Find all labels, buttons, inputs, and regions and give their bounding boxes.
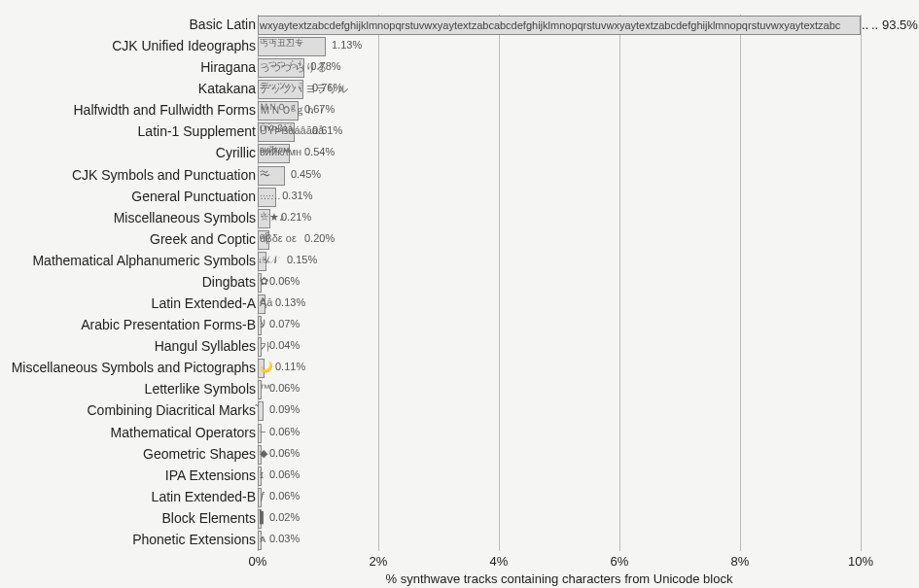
x-tick-label: 0% (238, 554, 277, 569)
value-label: 0.15% (287, 254, 317, 265)
value-label: 0.61% (312, 124, 342, 136)
bar: デッツハ ヨラリル (258, 80, 303, 99)
bar-row: Hiraganaっつつ らりるっつつ らりる0.78% (0, 57, 919, 79)
bar-row: IPA Extensionsɪɪ0.06% (0, 466, 919, 487)
bar: Ąā (258, 294, 265, 314)
value-label: 0.02% (269, 511, 300, 523)
bar: ✿ (258, 273, 262, 293)
category-label: Latin Extended-A (3, 295, 256, 311)
bar-row: Geometric Shapes◆◆0.06% (0, 444, 919, 466)
bar-row: General Punctuation…‥․…‥․0.31% (0, 187, 919, 208)
bar-row: Katakanaデッツハ ヨラリルデッツハ ヨラリル0.76% (0, 79, 919, 100)
bar: ƒ (258, 488, 262, 507)
bar-row: Phonetic Extensionsᴀᴀ0.03% (0, 530, 919, 551)
bar: 𝒜𝒩 (258, 252, 266, 271)
category-label: Latin Extended-B (3, 489, 256, 504)
bar: 가 (258, 337, 262, 357)
bar: ᴀ (258, 531, 262, 550)
unicode-block-bar-chart: Basic Latinwxyaytextzabcdefghijklmnopqrs… (0, 0, 919, 588)
category-label: Halfwidth and Fullwidth Forms (3, 102, 256, 118)
category-label: Mathematical Operators (3, 425, 256, 440)
value-label: 0.76% (312, 82, 342, 93)
bar-row: Mathematical Alphanumeric Symbols𝒜𝒩𝒜𝒩0.1… (0, 251, 919, 272)
bar: ﻻ (258, 316, 262, 335)
value-label: 0.07% (269, 318, 300, 329)
bar: ̃ (258, 401, 264, 421)
bar: …‥․ (258, 188, 276, 207)
value-label: 0.06% (269, 468, 300, 480)
category-label: Hangul Syllables (3, 338, 256, 354)
category-label: CJK Unified Ideographs (3, 38, 256, 53)
bar: ÜÝÞßàáâãäå (258, 122, 295, 142)
bar: − (258, 424, 262, 443)
category-label: IPA Extensions (3, 467, 256, 483)
category-label: General Punctuation (3, 189, 256, 204)
value-label: 0.21% (281, 211, 311, 223)
value-label: 0.09% (269, 403, 300, 415)
category-label: Phonetic Extensions (3, 532, 256, 547)
category-label: Basic Latin (3, 17, 256, 32)
bar-row: Letterlike Symbols™™0.06% (0, 379, 919, 400)
bar-row: Miscellaneous Symbols and Pictographs🌙🌙0… (0, 358, 919, 379)
value-label: 0.45% (291, 168, 321, 180)
bar: 〜 (258, 166, 285, 186)
category-label: Miscellaneous Symbols (3, 210, 256, 225)
x-tick-label: 10% (841, 554, 880, 569)
bar-row: Combining Diacritical Marks̃̃0.09% (0, 400, 919, 422)
bar-row: Latin Extended-AĄāĄā0.13% (0, 294, 919, 315)
x-tick-label: 6% (600, 554, 639, 569)
bar: 🌙 (258, 359, 265, 378)
bar: вийклмн (258, 144, 290, 163)
category-label: Latin-1 Supplement (3, 123, 256, 139)
category-label: CJK Symbols and Punctuation (3, 167, 256, 183)
value-label: 0.06% (269, 490, 300, 502)
category-label: Greek and Coptic (3, 231, 256, 247)
bar-row: Greek and Copticαβδε οεαβδε οε0.20% (0, 229, 919, 251)
category-label: Hiragana (3, 59, 256, 75)
value-label: 0.67% (304, 103, 335, 115)
x-tick-label: 4% (479, 554, 518, 569)
value-label: 1.13% (332, 39, 362, 51)
bar-row: CJK Symbols and Punctuation〜〜0.45% (0, 165, 919, 187)
bar-row: Latin-1 SupplementÜÝÞßàáâãäåÜÝÞßàáâãäå0.… (0, 121, 919, 143)
category-label: Katakana (3, 81, 256, 96)
bar: ◆ (258, 445, 262, 465)
bar-row: Cyrillicвийклмнвийклмн0.54% (0, 143, 919, 164)
category-label: Block Elements (3, 510, 256, 526)
value-label: 0.11% (275, 361, 305, 372)
bar-row: CJK Unified Ideographs丐丏丑丒专1.13% (0, 36, 919, 57)
bar: 丐丏丑丒专 (258, 37, 326, 56)
value-label: 0.04% (269, 339, 300, 351)
bar: wxyaytextzabcdefghijklmnopqrstuvwxyaytex… (258, 16, 861, 35)
bar-row: Mathematical Operators−−0.06% (0, 423, 919, 444)
axis-break-left: .. (862, 17, 868, 32)
bar-row: Block Elements▌▌0.02% (0, 508, 919, 530)
value-label: 93.5% (882, 17, 918, 32)
value-label: 0.06% (269, 275, 300, 287)
bar: ▌ (258, 509, 262, 529)
category-label: Geometric Shapes (3, 446, 256, 462)
bar: ＭＮＯ ｇｈｉ (258, 101, 299, 121)
value-label: 0.06% (269, 382, 300, 394)
value-label: 0.31% (282, 190, 312, 201)
axis-break-right: .. (871, 17, 878, 32)
value-label: 0.06% (269, 426, 300, 437)
value-label: 0.54% (304, 146, 335, 157)
category-label: Miscellaneous Symbols and Pictographs (3, 360, 256, 375)
x-tick-label: 8% (721, 554, 760, 569)
bar: ☆★♪ (258, 209, 270, 228)
value-label: 0.20% (304, 232, 335, 244)
category-label: Dingbats (3, 274, 256, 290)
bar-row: Basic Latinwxyaytextzabcdefghijklmnopqrs… (0, 15, 919, 36)
bar: αβδε οε (258, 230, 269, 250)
category-label: Mathematical Alphanumeric Symbols (3, 253, 256, 268)
category-label: Arabic Presentation Forms-B (3, 317, 256, 332)
bar: っつつ らりる (258, 58, 304, 78)
value-label: 0.03% (269, 533, 300, 544)
category-label: Combining Diacritical Marks (3, 402, 256, 418)
bar-row: Hangul Syllables가가0.04% (0, 336, 919, 358)
value-label: 0.13% (275, 296, 305, 308)
bar-row: Dingbats✿✿0.06% (0, 272, 919, 294)
bar-row: Miscellaneous Symbols☆★♪☆★♪0.21% (0, 208, 919, 229)
x-axis-label: % synthwave tracks containing characters… (258, 571, 861, 586)
